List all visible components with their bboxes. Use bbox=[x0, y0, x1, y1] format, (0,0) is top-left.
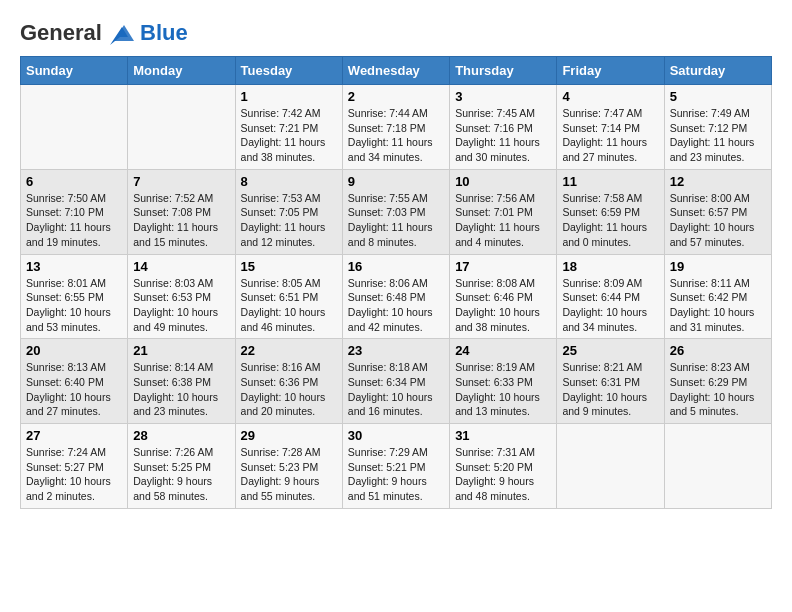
day-cell: 22Sunrise: 8:16 AM Sunset: 6:36 PM Dayli… bbox=[235, 339, 342, 424]
day-cell: 26Sunrise: 8:23 AM Sunset: 6:29 PM Dayli… bbox=[664, 339, 771, 424]
day-number: 28 bbox=[133, 428, 229, 443]
logo-icon bbox=[110, 23, 138, 45]
day-info: Sunrise: 8:03 AM Sunset: 6:53 PM Dayligh… bbox=[133, 276, 229, 335]
day-number: 20 bbox=[26, 343, 122, 358]
day-cell: 27Sunrise: 7:24 AM Sunset: 5:27 PM Dayli… bbox=[21, 424, 128, 509]
day-info: Sunrise: 8:13 AM Sunset: 6:40 PM Dayligh… bbox=[26, 360, 122, 419]
week-row-1: 1Sunrise: 7:42 AM Sunset: 7:21 PM Daylig… bbox=[21, 85, 772, 170]
day-info: Sunrise: 7:31 AM Sunset: 5:20 PM Dayligh… bbox=[455, 445, 551, 504]
day-number: 19 bbox=[670, 259, 766, 274]
day-info: Sunrise: 8:11 AM Sunset: 6:42 PM Dayligh… bbox=[670, 276, 766, 335]
day-info: Sunrise: 8:16 AM Sunset: 6:36 PM Dayligh… bbox=[241, 360, 337, 419]
day-header-thursday: Thursday bbox=[450, 57, 557, 85]
day-number: 2 bbox=[348, 89, 444, 104]
day-number: 27 bbox=[26, 428, 122, 443]
day-number: 7 bbox=[133, 174, 229, 189]
logo-blue: Blue bbox=[140, 20, 188, 46]
day-number: 8 bbox=[241, 174, 337, 189]
day-number: 18 bbox=[562, 259, 658, 274]
day-number: 12 bbox=[670, 174, 766, 189]
day-number: 17 bbox=[455, 259, 551, 274]
day-number: 23 bbox=[348, 343, 444, 358]
day-cell: 17Sunrise: 8:08 AM Sunset: 6:46 PM Dayli… bbox=[450, 254, 557, 339]
calendar-header-row: SundayMondayTuesdayWednesdayThursdayFrid… bbox=[21, 57, 772, 85]
day-header-tuesday: Tuesday bbox=[235, 57, 342, 85]
day-header-sunday: Sunday bbox=[21, 57, 128, 85]
day-info: Sunrise: 7:52 AM Sunset: 7:08 PM Dayligh… bbox=[133, 191, 229, 250]
day-cell: 10Sunrise: 7:56 AM Sunset: 7:01 PM Dayli… bbox=[450, 169, 557, 254]
day-info: Sunrise: 8:19 AM Sunset: 6:33 PM Dayligh… bbox=[455, 360, 551, 419]
day-number: 9 bbox=[348, 174, 444, 189]
day-info: Sunrise: 8:18 AM Sunset: 6:34 PM Dayligh… bbox=[348, 360, 444, 419]
day-info: Sunrise: 7:42 AM Sunset: 7:21 PM Dayligh… bbox=[241, 106, 337, 165]
day-number: 15 bbox=[241, 259, 337, 274]
day-info: Sunrise: 8:05 AM Sunset: 6:51 PM Dayligh… bbox=[241, 276, 337, 335]
day-number: 24 bbox=[455, 343, 551, 358]
day-cell: 15Sunrise: 8:05 AM Sunset: 6:51 PM Dayli… bbox=[235, 254, 342, 339]
day-cell: 25Sunrise: 8:21 AM Sunset: 6:31 PM Dayli… bbox=[557, 339, 664, 424]
day-cell: 29Sunrise: 7:28 AM Sunset: 5:23 PM Dayli… bbox=[235, 424, 342, 509]
page-header: General Blue bbox=[20, 20, 772, 46]
day-cell: 24Sunrise: 8:19 AM Sunset: 6:33 PM Dayli… bbox=[450, 339, 557, 424]
day-cell: 18Sunrise: 8:09 AM Sunset: 6:44 PM Dayli… bbox=[557, 254, 664, 339]
day-info: Sunrise: 7:45 AM Sunset: 7:16 PM Dayligh… bbox=[455, 106, 551, 165]
day-cell: 13Sunrise: 8:01 AM Sunset: 6:55 PM Dayli… bbox=[21, 254, 128, 339]
day-number: 3 bbox=[455, 89, 551, 104]
day-cell: 3Sunrise: 7:45 AM Sunset: 7:16 PM Daylig… bbox=[450, 85, 557, 170]
day-cell bbox=[128, 85, 235, 170]
day-cell: 4Sunrise: 7:47 AM Sunset: 7:14 PM Daylig… bbox=[557, 85, 664, 170]
day-info: Sunrise: 8:08 AM Sunset: 6:46 PM Dayligh… bbox=[455, 276, 551, 335]
day-cell: 5Sunrise: 7:49 AM Sunset: 7:12 PM Daylig… bbox=[664, 85, 771, 170]
day-cell: 31Sunrise: 7:31 AM Sunset: 5:20 PM Dayli… bbox=[450, 424, 557, 509]
day-info: Sunrise: 7:53 AM Sunset: 7:05 PM Dayligh… bbox=[241, 191, 337, 250]
day-cell: 7Sunrise: 7:52 AM Sunset: 7:08 PM Daylig… bbox=[128, 169, 235, 254]
logo-general: General bbox=[20, 20, 102, 45]
day-cell: 30Sunrise: 7:29 AM Sunset: 5:21 PM Dayli… bbox=[342, 424, 449, 509]
day-info: Sunrise: 8:23 AM Sunset: 6:29 PM Dayligh… bbox=[670, 360, 766, 419]
day-header-saturday: Saturday bbox=[664, 57, 771, 85]
day-cell: 20Sunrise: 8:13 AM Sunset: 6:40 PM Dayli… bbox=[21, 339, 128, 424]
day-cell: 6Sunrise: 7:50 AM Sunset: 7:10 PM Daylig… bbox=[21, 169, 128, 254]
day-info: Sunrise: 7:26 AM Sunset: 5:25 PM Dayligh… bbox=[133, 445, 229, 504]
day-cell: 21Sunrise: 8:14 AM Sunset: 6:38 PM Dayli… bbox=[128, 339, 235, 424]
day-number: 6 bbox=[26, 174, 122, 189]
day-cell bbox=[664, 424, 771, 509]
day-number: 11 bbox=[562, 174, 658, 189]
day-info: Sunrise: 8:01 AM Sunset: 6:55 PM Dayligh… bbox=[26, 276, 122, 335]
day-cell: 28Sunrise: 7:26 AM Sunset: 5:25 PM Dayli… bbox=[128, 424, 235, 509]
week-row-2: 6Sunrise: 7:50 AM Sunset: 7:10 PM Daylig… bbox=[21, 169, 772, 254]
day-cell: 14Sunrise: 8:03 AM Sunset: 6:53 PM Dayli… bbox=[128, 254, 235, 339]
week-row-5: 27Sunrise: 7:24 AM Sunset: 5:27 PM Dayli… bbox=[21, 424, 772, 509]
calendar-table: SundayMondayTuesdayWednesdayThursdayFrid… bbox=[20, 56, 772, 509]
day-info: Sunrise: 7:29 AM Sunset: 5:21 PM Dayligh… bbox=[348, 445, 444, 504]
day-info: Sunrise: 7:28 AM Sunset: 5:23 PM Dayligh… bbox=[241, 445, 337, 504]
day-cell: 23Sunrise: 8:18 AM Sunset: 6:34 PM Dayli… bbox=[342, 339, 449, 424]
day-cell bbox=[557, 424, 664, 509]
day-info: Sunrise: 8:21 AM Sunset: 6:31 PM Dayligh… bbox=[562, 360, 658, 419]
day-number: 21 bbox=[133, 343, 229, 358]
day-info: Sunrise: 7:24 AM Sunset: 5:27 PM Dayligh… bbox=[26, 445, 122, 504]
day-number: 14 bbox=[133, 259, 229, 274]
day-number: 10 bbox=[455, 174, 551, 189]
day-number: 26 bbox=[670, 343, 766, 358]
day-info: Sunrise: 7:44 AM Sunset: 7:18 PM Dayligh… bbox=[348, 106, 444, 165]
day-header-wednesday: Wednesday bbox=[342, 57, 449, 85]
day-info: Sunrise: 7:50 AM Sunset: 7:10 PM Dayligh… bbox=[26, 191, 122, 250]
day-info: Sunrise: 8:14 AM Sunset: 6:38 PM Dayligh… bbox=[133, 360, 229, 419]
day-number: 31 bbox=[455, 428, 551, 443]
day-number: 5 bbox=[670, 89, 766, 104]
day-info: Sunrise: 8:09 AM Sunset: 6:44 PM Dayligh… bbox=[562, 276, 658, 335]
calendar-body: 1Sunrise: 7:42 AM Sunset: 7:21 PM Daylig… bbox=[21, 85, 772, 509]
day-cell: 11Sunrise: 7:58 AM Sunset: 6:59 PM Dayli… bbox=[557, 169, 664, 254]
day-cell bbox=[21, 85, 128, 170]
day-cell: 1Sunrise: 7:42 AM Sunset: 7:21 PM Daylig… bbox=[235, 85, 342, 170]
day-info: Sunrise: 7:56 AM Sunset: 7:01 PM Dayligh… bbox=[455, 191, 551, 250]
day-number: 4 bbox=[562, 89, 658, 104]
day-header-monday: Monday bbox=[128, 57, 235, 85]
day-cell: 2Sunrise: 7:44 AM Sunset: 7:18 PM Daylig… bbox=[342, 85, 449, 170]
day-number: 30 bbox=[348, 428, 444, 443]
logo: General Blue bbox=[20, 20, 188, 46]
day-cell: 12Sunrise: 8:00 AM Sunset: 6:57 PM Dayli… bbox=[664, 169, 771, 254]
day-cell: 8Sunrise: 7:53 AM Sunset: 7:05 PM Daylig… bbox=[235, 169, 342, 254]
day-cell: 9Sunrise: 7:55 AM Sunset: 7:03 PM Daylig… bbox=[342, 169, 449, 254]
